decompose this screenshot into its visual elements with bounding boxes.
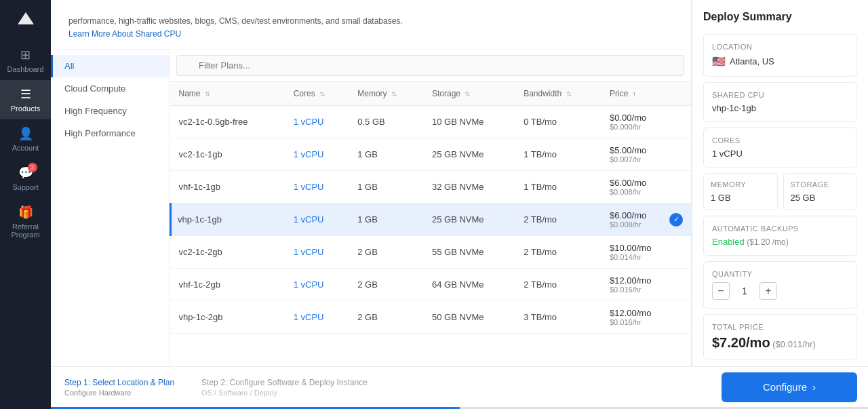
cell-cores: 1 vCPU — [285, 301, 350, 334]
cell-price: $10.00/mo $0.014/hr — [601, 236, 691, 269]
info-card: performance, high-traffic websites, blog… — [58, 7, 684, 50]
summary-quantity: Quantity − 1 + — [703, 261, 857, 309]
category-high-performance[interactable]: High Performance — [51, 122, 169, 144]
category-all[interactable]: All — [51, 55, 169, 77]
cell-memory: 2 GB — [349, 236, 424, 269]
cell-price: $5.00/mo $0.007/hr — [601, 138, 691, 171]
sidebar: ⊞ Dashboard ☰ Products 👤 Account 💬 3 Sup… — [0, 0, 51, 409]
cell-memory: 2 GB — [349, 269, 424, 301]
filter-wrapper: 🔍 — [176, 55, 684, 76]
cell-bandwidth: 2 TB/mo — [515, 269, 601, 301]
summary-backups: Automatic Backups Enabled ($1.20 /mo) — [703, 216, 857, 256]
plans-table-wrapper[interactable]: Name ⇅ Cores ⇅ Memory ⇅ Storage ⇅ Bandwi… — [170, 82, 691, 366]
table-row[interactable]: vc2-1c-2gb 1 vCPU 2 GB 55 GB NVMe 2 TB/m… — [171, 236, 692, 269]
sidebar-item-products[interactable]: ☰ Products — [0, 80, 51, 119]
step-section: Step 1: Select Location & Plan Configure… — [51, 378, 711, 397]
table-row[interactable]: vhf-1c-1gb 1 vCPU 1 GB 32 GB NVMe 1 TB/m… — [171, 171, 692, 203]
category-cloud-compute[interactable]: Cloud Compute — [51, 77, 169, 100]
dashboard-icon: ⊞ — [20, 47, 31, 62]
total-price: $7.20/mo — [712, 335, 770, 350]
cell-name: vc2-1c-1gb — [171, 138, 285, 171]
memory-value: 1 GB — [711, 193, 770, 203]
logo[interactable] — [12, 7, 39, 34]
sidebar-products-label: Products — [11, 104, 40, 113]
step1-label: Step 1: Select Location & Plan — [64, 378, 174, 387]
plans-table: Name ⇅ Cores ⇅ Memory ⇅ Storage ⇅ Bandwi… — [170, 82, 691, 334]
col-storage[interactable]: Storage ⇅ — [424, 82, 515, 106]
location-label: Location — [712, 43, 848, 51]
cell-storage: 32 GB NVMe — [424, 171, 515, 203]
storage-value: 25 GB — [791, 193, 850, 203]
quantity-label: Quantity — [712, 270, 848, 278]
table-row[interactable]: vhf-1c-2gb 1 vCPU 2 GB 64 GB NVMe 2 TB/m… — [171, 269, 692, 301]
cell-storage: 64 GB NVMe — [424, 269, 515, 301]
cores-label: Cores — [712, 136, 848, 144]
category-nav: All Cloud Compute High Frequency High Pe… — [51, 50, 170, 366]
info-description: performance, high-traffic websites, blog… — [68, 16, 403, 26]
col-bandwidth[interactable]: Bandwidth ⇅ — [515, 82, 601, 106]
plans-panel: performance, high-traffic websites, blog… — [51, 0, 692, 366]
cell-bandwidth: 1 TB/mo — [515, 171, 601, 203]
svg-marker-0 — [18, 12, 34, 24]
category-high-frequency[interactable]: High Frequency — [51, 100, 169, 122]
col-name[interactable]: Name ⇅ — [171, 82, 285, 106]
plan-value: vhp-1c-1gb — [712, 103, 848, 113]
cell-storage: 25 GB NVMe — [424, 203, 515, 236]
plan-label: Shared CPU — [712, 91, 848, 99]
cores-value: 1 vCPU — [712, 149, 848, 159]
cell-memory: 1 GB — [349, 203, 424, 236]
col-cores[interactable]: Cores ⇅ — [285, 82, 350, 106]
table-row[interactable]: vc2-1c-0.5gb-free 1 vCPU 0.5 GB 10 GB NV… — [171, 106, 692, 138]
info-area: performance, high-traffic websites, blog… — [51, 0, 691, 50]
configure-button[interactable]: Configure › — [722, 372, 857, 402]
summary-location: Location 🇺🇸 Atlanta, US — [703, 34, 857, 77]
sidebar-item-referral[interactable]: 🎁 Referral Program — [0, 198, 51, 246]
cell-price: $0.00/mo $0.000/hr — [601, 106, 691, 138]
sidebar-item-dashboard[interactable]: ⊞ Dashboard — [0, 41, 51, 80]
table-category-wrapper: All Cloud Compute High Frequency High Pe… — [51, 50, 691, 366]
cell-name: vhp-1c-2gb — [171, 301, 285, 334]
content-wrapper: performance, high-traffic websites, blog… — [51, 0, 868, 366]
cell-storage: 25 GB NVMe — [424, 138, 515, 171]
sidebar-support-label: Support — [12, 183, 39, 191]
sidebar-account-label: Account — [12, 144, 39, 152]
table-row[interactable]: vhp-1c-1gb 1 vCPU 1 GB 25 GB NVMe 2 TB/m… — [171, 203, 692, 236]
cell-cores: 1 vCPU — [285, 171, 350, 203]
cell-cores: 1 vCPU — [285, 138, 350, 171]
cell-bandwidth: 0 TB/mo — [515, 106, 601, 138]
step2-label: Step 2: Configure Software & Deploy Inst… — [201, 378, 368, 387]
step1-sub: Configure Hardware — [64, 389, 174, 397]
table-row[interactable]: vhp-1c-2gb 1 vCPU 2 GB 50 GB NVMe 3 TB/m… — [171, 301, 692, 334]
summary-memory: Memory 1 GB — [703, 173, 778, 210]
cell-memory: 1 GB — [349, 138, 424, 171]
cell-bandwidth: 1 TB/mo — [515, 138, 601, 171]
cell-name: vhf-1c-1gb — [171, 171, 285, 203]
summary-title: Deploy Summary — [703, 11, 857, 23]
bottom-bar: Step 1: Select Location & Plan Configure… — [51, 366, 868, 407]
sidebar-item-account[interactable]: 👤 Account — [0, 119, 51, 159]
table-row[interactable]: vc2-1c-1gb 1 vCPU 1 GB 25 GB NVMe 1 TB/m… — [171, 138, 692, 171]
learn-more-link[interactable]: Learn More About Shared CPU — [68, 29, 181, 39]
quantity-increase-button[interactable]: + — [760, 282, 777, 300]
step2: Step 2: Configure Software & Deploy Inst… — [201, 378, 368, 397]
quantity-decrease-button[interactable]: − — [712, 282, 730, 300]
location-text: Atlanta, US — [730, 56, 774, 66]
col-price[interactable]: Price ↑ — [601, 82, 691, 106]
arrow-icon: › — [812, 381, 816, 393]
summary-panel: Deploy Summary Location 🇺🇸 Atlanta, US S… — [692, 0, 868, 366]
account-icon: 👤 — [18, 126, 33, 141]
cell-cores: 1 vCPU — [285, 236, 350, 269]
cell-name: vc2-1c-0.5gb-free — [171, 106, 285, 138]
cell-cores: 1 vCPU — [285, 203, 350, 236]
cell-price: $6.00/mo $0.008/hr ✓ — [601, 203, 691, 236]
backups-status: Enabled — [712, 237, 745, 247]
filter-input[interactable] — [176, 55, 684, 76]
table-body: vc2-1c-0.5gb-free 1 vCPU 0.5 GB 10 GB NV… — [171, 106, 692, 334]
table-header: Name ⇅ Cores ⇅ Memory ⇅ Storage ⇅ Bandwi… — [171, 82, 692, 106]
step2-sub: OS / Software / Deploy — [201, 389, 368, 397]
summary-total: Total Price $7.20/mo ($0.011/hr) — [703, 314, 857, 359]
sidebar-item-support[interactable]: 💬 3 Support — [0, 159, 51, 198]
cell-cores: 1 vCPU — [285, 269, 350, 301]
col-memory[interactable]: Memory ⇅ — [349, 82, 424, 106]
cell-bandwidth: 2 TB/mo — [515, 203, 601, 236]
